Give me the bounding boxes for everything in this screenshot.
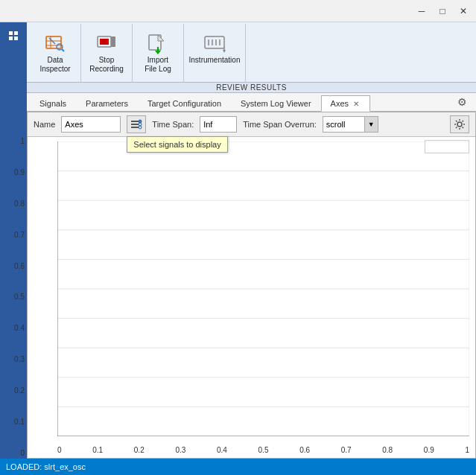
y-tick-0: 0 bbox=[4, 449, 25, 457]
axes-name-input[interactable] bbox=[61, 116, 121, 133]
import-file-log-button[interactable]: ImportFile Log bbox=[137, 27, 179, 77]
name-label: Name bbox=[34, 120, 55, 129]
y-tick-02: 0.2 bbox=[4, 386, 25, 395]
y-tick-05: 0.5 bbox=[4, 293, 25, 301]
stop-recording-button[interactable]: StopRecording bbox=[86, 27, 127, 77]
ribbon-section-1: DataInspector bbox=[30, 24, 81, 82]
y-tick-08: 0.8 bbox=[4, 200, 25, 208]
svg-point-29 bbox=[139, 126, 142, 129]
sidebar-icon-1[interactable] bbox=[2, 25, 25, 46]
tab-target-config[interactable]: Target Configuration bbox=[138, 95, 231, 111]
x-axis: 0 0.1 0.2 0.3 0.4 0.5 0.6 0.7 0.8 0.9 1 bbox=[57, 446, 469, 454]
data-inspector-label: DataInspector bbox=[39, 56, 70, 74]
y-tick-04: 0.4 bbox=[4, 324, 25, 332]
svg-rect-24 bbox=[131, 121, 139, 122]
svg-rect-12 bbox=[111, 36, 115, 47]
x-tick-02: 0.2 bbox=[134, 446, 145, 454]
instrumentation-label: Instrumentation bbox=[189, 56, 241, 65]
tab-axes-label: Axes bbox=[331, 99, 349, 108]
instrumentation-button[interactable]: Instrumentation bbox=[188, 27, 241, 68]
x-tick-01: 0.1 bbox=[92, 446, 103, 454]
content-area: Name Select signals to display bbox=[27, 112, 476, 459]
tab-parameters[interactable]: Parameters bbox=[76, 95, 138, 111]
maximize-button[interactable]: □ bbox=[433, 4, 452, 19]
select-signals-button[interactable] bbox=[127, 115, 146, 133]
svg-point-28 bbox=[139, 123, 142, 126]
overrun-value: scroll bbox=[323, 120, 364, 129]
svg-rect-2 bbox=[9, 36, 13, 40]
x-tick-06: 0.6 bbox=[299, 446, 310, 454]
ribbon-label: REVIEW RESULTS bbox=[27, 82, 476, 92]
ribbon-toolbar: DataInspector StopRecording bbox=[27, 22, 476, 82]
x-tick-05: 0.5 bbox=[258, 446, 269, 454]
svg-rect-25 bbox=[131, 124, 139, 125]
status-bar: LOADED: slrt_ex_osc bbox=[0, 459, 476, 475]
svg-rect-11 bbox=[100, 39, 109, 45]
tab-axes-close[interactable]: ✕ bbox=[352, 100, 361, 108]
svg-rect-1 bbox=[14, 31, 18, 35]
svg-line-9 bbox=[62, 49, 64, 51]
stop-recording-icon bbox=[95, 31, 118, 54]
svg-marker-23 bbox=[223, 50, 226, 53]
y-tick-07: 0.7 bbox=[4, 231, 25, 239]
title-bar: ─ □ ✕ bbox=[0, 0, 476, 22]
instrumentation-icon bbox=[203, 31, 226, 54]
svg-rect-26 bbox=[131, 127, 139, 128]
close-button[interactable]: ✕ bbox=[454, 4, 473, 19]
x-tick-1: 1 bbox=[465, 446, 469, 454]
y-tick-09: 0.9 bbox=[4, 168, 25, 176]
tab-gear-icon[interactable]: ⚙ bbox=[451, 93, 473, 111]
tab-signals[interactable]: Signals bbox=[30, 95, 76, 111]
x-tick-07: 0.7 bbox=[341, 446, 352, 454]
status-text: LOADED: slrt_ex_osc bbox=[6, 462, 86, 471]
dropdown-arrow-icon[interactable]: ▼ bbox=[364, 117, 378, 132]
tab-axes[interactable]: Axes ✕ bbox=[321, 95, 370, 112]
chart-wrapper: 1 0.9 0.8 0.7 0.6 0.5 0.4 0.3 0.2 0.1 0 bbox=[28, 137, 475, 457]
x-tick-08: 0.8 bbox=[382, 446, 393, 454]
y-tick-1: 1 bbox=[4, 137, 25, 145]
timespan-label: Time Span: bbox=[152, 120, 194, 129]
x-tick-09: 0.9 bbox=[424, 446, 434, 454]
title-bar-buttons: ─ □ ✕ bbox=[412, 4, 473, 19]
svg-rect-17 bbox=[205, 36, 224, 48]
y-tick-03: 0.3 bbox=[4, 355, 25, 363]
overrun-label: Time Span Overrun: bbox=[243, 120, 317, 129]
svg-point-30 bbox=[457, 122, 462, 127]
select-signals-wrapper: Select signals to display bbox=[127, 115, 146, 133]
timespan-input[interactable] bbox=[200, 116, 237, 133]
overrun-dropdown[interactable]: scroll ▼ bbox=[323, 116, 378, 133]
axes-toolbar: Name Select signals to display bbox=[28, 112, 475, 137]
chart-svg bbox=[57, 141, 469, 436]
axes-gear-button[interactable] bbox=[450, 115, 469, 133]
x-tick-04: 0.4 bbox=[217, 446, 227, 454]
svg-rect-3 bbox=[14, 36, 18, 40]
ribbon-section-3: ImportFile Log bbox=[133, 24, 184, 82]
x-tick-0: 0 bbox=[57, 446, 62, 454]
data-inspector-button[interactable]: DataInspector bbox=[34, 27, 76, 77]
tabs-bar: Signals Parameters Target Configuration … bbox=[27, 93, 476, 112]
import-file-log-label: ImportFile Log bbox=[145, 56, 171, 74]
svg-point-27 bbox=[139, 120, 142, 123]
y-axis: 1 0.9 0.8 0.7 0.6 0.5 0.4 0.3 0.2 0.1 0 bbox=[4, 137, 25, 457]
stop-recording-label: StopRecording bbox=[89, 56, 124, 74]
x-tick-03: 0.3 bbox=[175, 446, 185, 454]
svg-marker-16 bbox=[155, 51, 161, 54]
ribbon: DataInspector StopRecording bbox=[27, 22, 476, 93]
svg-point-8 bbox=[57, 44, 63, 50]
import-icon bbox=[146, 31, 170, 54]
y-tick-06: 0.6 bbox=[4, 262, 25, 270]
ribbon-section-2: StopRecording bbox=[81, 24, 133, 82]
y-tick-01: 0.1 bbox=[4, 418, 25, 426]
data-inspector-icon bbox=[43, 31, 67, 54]
main-wrapper: DataInspector StopRecording bbox=[27, 22, 476, 459]
svg-rect-0 bbox=[9, 31, 13, 35]
ribbon-section-4: Instrumentation bbox=[184, 24, 246, 82]
tab-system-log-viewer[interactable]: System Log Viewer bbox=[231, 95, 321, 111]
minimize-button[interactable]: ─ bbox=[412, 4, 431, 19]
